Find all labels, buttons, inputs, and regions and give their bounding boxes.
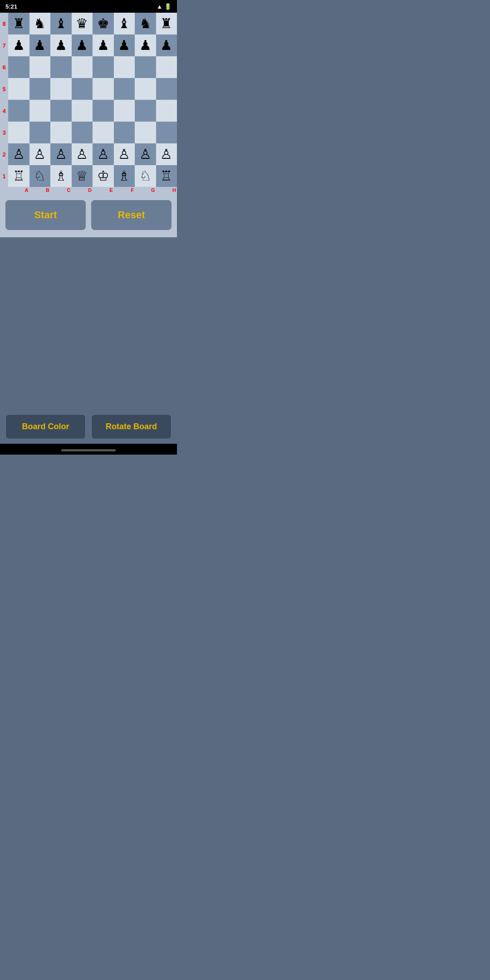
cell-2-E[interactable]: ♙	[93, 143, 114, 165]
file-label-E: E	[93, 187, 114, 193]
chess-board[interactable]: ♜♞♝♛♚♝♞♜♟♟♟♟♟♟♟♟♙♙♙♙♙♙♙♙♖♘♗♕♔♗♘♖	[8, 13, 177, 187]
cell-5-A[interactable]	[8, 78, 29, 100]
piece-♙: ♙	[139, 147, 152, 161]
cell-2-C[interactable]: ♙	[50, 143, 72, 165]
piece-♙: ♙	[13, 147, 25, 161]
piece-♛: ♛	[76, 17, 88, 30]
cell-6-C[interactable]	[50, 56, 72, 78]
cell-4-H[interactable]	[156, 100, 177, 122]
cell-4-F[interactable]	[114, 100, 135, 122]
cell-6-D[interactable]	[72, 56, 93, 78]
cell-8-C[interactable]: ♝	[50, 13, 72, 34]
home-bar	[0, 444, 177, 455]
buttons-area: Start Reset	[0, 193, 177, 237]
start-button[interactable]: Start	[5, 200, 86, 230]
cell-7-H[interactable]: ♟	[156, 34, 177, 56]
file-label-B: B	[29, 187, 51, 193]
board-color-button[interactable]: Board Color	[5, 414, 86, 439]
cell-4-B[interactable]	[29, 100, 51, 122]
cell-4-D[interactable]	[72, 100, 93, 122]
piece-♖: ♖	[160, 169, 172, 183]
file-labels: ABCDEFGH	[0, 187, 177, 193]
cell-4-C[interactable]	[50, 100, 72, 122]
cell-7-G[interactable]: ♟	[135, 34, 156, 56]
cell-1-A[interactable]: ♖	[8, 165, 29, 187]
cell-6-A[interactable]	[8, 56, 29, 78]
cell-6-H[interactable]	[156, 56, 177, 78]
battery-icon: 🔋	[164, 3, 172, 10]
cell-4-G[interactable]	[135, 100, 156, 122]
cell-7-A[interactable]: ♟	[8, 34, 29, 56]
cell-5-D[interactable]	[72, 78, 93, 100]
cell-6-B[interactable]	[29, 56, 51, 78]
rank-label-6: 6	[0, 56, 8, 78]
cell-2-A[interactable]: ♙	[8, 143, 29, 165]
cell-1-E[interactable]: ♔	[93, 165, 114, 187]
cell-7-F[interactable]: ♟	[114, 34, 135, 56]
cell-3-D[interactable]	[72, 122, 93, 143]
piece-♝: ♝	[118, 17, 130, 30]
piece-♙: ♙	[97, 147, 109, 161]
cell-3-C[interactable]	[50, 122, 72, 143]
cell-1-B[interactable]: ♘	[29, 165, 51, 187]
piece-♔: ♔	[97, 169, 109, 183]
cell-5-C[interactable]	[50, 78, 72, 100]
status-bar: 5:21 ▲ 🔋	[0, 0, 177, 13]
file-label-C: C	[50, 187, 72, 193]
rank-label-7: 7	[0, 34, 8, 56]
cell-1-G[interactable]: ♘	[135, 165, 156, 187]
cell-7-E[interactable]: ♟	[93, 34, 114, 56]
cell-3-E[interactable]	[93, 122, 114, 143]
cell-5-E[interactable]	[93, 78, 114, 100]
cell-7-C[interactable]: ♟	[50, 34, 72, 56]
cell-4-E[interactable]	[93, 100, 114, 122]
cell-3-F[interactable]	[114, 122, 135, 143]
cell-8-F[interactable]: ♝	[114, 13, 135, 34]
rotate-board-button[interactable]: Rotate Board	[91, 414, 172, 439]
cell-1-D[interactable]: ♕	[72, 165, 93, 187]
cell-2-G[interactable]: ♙	[135, 143, 156, 165]
cell-1-C[interactable]: ♗	[50, 165, 72, 187]
status-time: 5:21	[5, 3, 17, 10]
cell-6-G[interactable]	[135, 56, 156, 78]
rank-label-2: 2	[0, 143, 8, 165]
cell-5-G[interactable]	[135, 78, 156, 100]
file-label-G: G	[135, 187, 156, 193]
cell-5-F[interactable]	[114, 78, 135, 100]
reset-button[interactable]: Reset	[91, 200, 172, 230]
cell-3-A[interactable]	[8, 122, 29, 143]
piece-♖: ♖	[13, 169, 25, 183]
cell-8-D[interactable]: ♛	[72, 13, 93, 34]
cell-3-G[interactable]	[135, 122, 156, 143]
cell-3-B[interactable]	[29, 122, 51, 143]
cell-3-H[interactable]	[156, 122, 177, 143]
cell-7-B[interactable]: ♟	[29, 34, 51, 56]
cell-8-G[interactable]: ♞	[135, 13, 156, 34]
cell-8-H[interactable]: ♜	[156, 13, 177, 34]
cell-5-H[interactable]	[156, 78, 177, 100]
cell-2-F[interactable]: ♙	[114, 143, 135, 165]
piece-♘: ♘	[34, 169, 46, 183]
cell-7-D[interactable]: ♟	[72, 34, 93, 56]
cell-1-H[interactable]: ♖	[156, 165, 177, 187]
piece-♙: ♙	[160, 147, 172, 161]
cell-1-F[interactable]: ♗	[114, 165, 135, 187]
cell-8-A[interactable]: ♜	[8, 13, 29, 34]
piece-♟: ♟	[55, 39, 67, 52]
rank-labels: 87654321	[0, 13, 8, 187]
piece-♝: ♝	[55, 17, 67, 30]
cell-2-D[interactable]: ♙	[72, 143, 93, 165]
rank-label-8: 8	[0, 13, 8, 34]
piece-♞: ♞	[139, 17, 152, 30]
cell-8-B[interactable]: ♞	[29, 13, 51, 34]
cell-6-F[interactable]	[114, 56, 135, 78]
cell-2-B[interactable]: ♙	[29, 143, 51, 165]
cell-8-E[interactable]: ♚	[93, 13, 114, 34]
piece-♟: ♟	[160, 39, 172, 52]
cell-4-A[interactable]	[8, 100, 29, 122]
rank-label-5: 5	[0, 78, 8, 100]
cell-2-H[interactable]: ♙	[156, 143, 177, 165]
rank-label-1: 1	[0, 165, 8, 187]
cell-5-B[interactable]	[29, 78, 51, 100]
cell-6-E[interactable]	[93, 56, 114, 78]
